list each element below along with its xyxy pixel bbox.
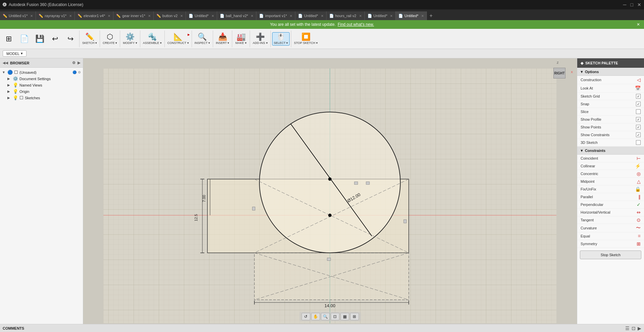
nav-pan-button[interactable]: ✋: [311, 313, 320, 320]
tree-item-sketches[interactable]: ▶ 💡 ☐ Sketches: [0, 95, 83, 101]
tab-close-btn[interactable]: ✕: [359, 14, 362, 18]
tab-close-btn[interactable]: ✕: [180, 14, 183, 18]
palette-sketchgrid-row[interactable]: Sketch Grid: [577, 93, 644, 100]
tree-item-unsaved[interactable]: ▼ 🔵 ☐ (Unsaved) 🔵 ⚙: [0, 69, 83, 75]
tree-settings-unsaved[interactable]: ⚙: [78, 70, 81, 74]
constraint-perpendicular-row[interactable]: Perpendicular ✓: [577, 201, 644, 209]
tab-close-btn[interactable]: ✕: [251, 14, 253, 18]
tab-elevator1[interactable]: ✏️ elevator1 v4* ✕: [75, 11, 113, 20]
constraint-symmetry-row[interactable]: Symmetry ⊞: [577, 240, 644, 248]
apps-menu-button[interactable]: ⊞: [1, 35, 16, 43]
assemble-group[interactable]: 🔩 ASSEMBLE ▾: [142, 33, 163, 45]
nav-display-button[interactable]: ▦: [340, 313, 349, 320]
stop-sketch-group[interactable]: ⏹️ STOP SKETCH ▾: [293, 33, 319, 45]
make-group[interactable]: 🏭 MAKE ▾: [234, 33, 248, 45]
redo-button[interactable]: ↪: [63, 35, 78, 43]
tab-close-active[interactable]: ✕: [421, 14, 424, 18]
tree-expand-sketches[interactable]: ▶: [7, 96, 11, 100]
nav-orbit-button[interactable]: ↺: [301, 313, 310, 320]
tab-untitled3[interactable]: 📄 Untitled* ✕: [295, 11, 327, 20]
constraint-midpoint-row[interactable]: Midpoint △: [577, 178, 644, 185]
browser-options-btn[interactable]: ⚙: [72, 61, 76, 65]
addins-group[interactable]: ➕ ADD-INS ▾: [251, 33, 269, 45]
window-controls[interactable]: ─ □ ✕: [623, 2, 641, 7]
file-button[interactable]: 📄: [17, 35, 32, 43]
constraint-fixunfix-row[interactable]: Fix/UnFix 🔒: [577, 185, 644, 193]
tab-close-btn[interactable]: ✕: [211, 14, 214, 18]
palette-construction-row[interactable]: Construction ◁: [577, 76, 644, 84]
modify-group[interactable]: ⚙️ MODIFY ▾: [121, 33, 138, 45]
constraint-equal-row[interactable]: Equal =: [577, 232, 644, 240]
tab-ball-hand[interactable]: 📄 ball_hand v2* ✕: [217, 11, 257, 20]
canvas-area[interactable]: 14.00 12.5 7.00 Ø12.00 RIGHT Z X: [83, 58, 577, 332]
tree-expand-namedviews[interactable]: ▶: [7, 83, 11, 87]
tab-close-btn[interactable]: ✕: [390, 14, 393, 18]
new-tab-button[interactable]: +: [427, 11, 435, 20]
viewcube-face-right[interactable]: RIGHT: [553, 68, 565, 78]
bottom-icon-1[interactable]: ☰: [625, 326, 630, 331]
tree-expand-docsettings[interactable]: ▶: [7, 77, 11, 80]
nav-zoom-button[interactable]: 🔍: [321, 313, 330, 320]
palette-showpoints-row[interactable]: Show Points: [577, 123, 644, 131]
constraint-coincident-row[interactable]: Coincident ⊢: [577, 155, 644, 162]
bottom-icon-2[interactable]: ⊡: [632, 326, 636, 331]
showconstraints-checkbox[interactable]: [636, 132, 641, 137]
tree-expand-origin[interactable]: ▶: [7, 90, 11, 93]
constraint-collinear-row[interactable]: Collinear ⚡: [577, 162, 644, 170]
constraint-curvature-row[interactable]: Curvature 〜: [577, 224, 644, 232]
construct-group[interactable]: 📐 CONSTRUCT ▾ ▶: [166, 33, 190, 45]
tab-untitled-v1[interactable]: ✏️ Untitled v1* ✕: [0, 11, 36, 20]
tab-untitled-active[interactable]: 📄 Untitled* ✕: [396, 11, 427, 20]
tab-untitled2[interactable]: 📄 Untitled* ✕: [186, 11, 217, 20]
palette-showconstraints-row[interactable]: Show Constraints: [577, 131, 644, 139]
constraints-section-header[interactable]: ▼ Constraints: [577, 147, 644, 155]
tree-item-docsettings[interactable]: ▶ ⚙️ Document Settings: [0, 75, 83, 82]
snap-checkbox[interactable]: [636, 102, 641, 106]
palette-slice-row[interactable]: Slice: [577, 108, 644, 116]
tree-item-namedviews[interactable]: ▶ 💡 Named Views: [0, 82, 83, 88]
tab-hours-rail[interactable]: 📄 hours_rail v2 ✕: [327, 11, 365, 20]
nav-grid-button[interactable]: ⊞: [350, 313, 359, 320]
showprofile-checkbox[interactable]: [636, 117, 641, 122]
constraint-tangent-row[interactable]: Tangent ⊙: [577, 216, 644, 224]
slice-checkbox[interactable]: [636, 109, 641, 114]
tab-close-btn[interactable]: ✕: [321, 14, 324, 18]
tab-close-btn[interactable]: ✕: [30, 14, 33, 18]
tree-expand-unsaved[interactable]: ▼: [2, 70, 6, 74]
browser-collapse-btn[interactable]: ◀◀: [3, 61, 8, 65]
tree-item-origin[interactable]: ▶ 💡 Origin: [0, 88, 83, 95]
constraint-horizontalvertical-row[interactable]: Horizontal/Vertical ⇔: [577, 209, 644, 216]
tab-button-v2[interactable]: ✏️ button v2 ✕: [154, 11, 186, 20]
construction-icon[interactable]: ◁: [637, 77, 641, 82]
palette-snap-row[interactable]: Snap: [577, 100, 644, 108]
3dsketch-checkbox[interactable]: [636, 140, 641, 145]
tab-close-btn[interactable]: ✕: [108, 14, 110, 18]
save-button[interactable]: 💾: [32, 35, 47, 43]
tab-untitled4[interactable]: 📄 Untitled* ✕: [365, 11, 396, 20]
tab-rayrayray[interactable]: ✏️ rayrayray v1* ✕: [36, 11, 75, 20]
tab-close-btn[interactable]: ✕: [290, 14, 292, 18]
insert-group[interactable]: 📥 INSERT ▾: [214, 33, 231, 45]
bottom-icon-3[interactable]: ▶: [638, 326, 641, 331]
notification-link[interactable]: Find out what's new.: [338, 22, 374, 27]
palette-lookat-row[interactable]: Look At 📅: [577, 84, 644, 93]
browser-expand-btn[interactable]: ▶: [78, 61, 80, 65]
sketch-group[interactable]: ✏️ SKETCH ▾: [81, 33, 98, 45]
nav-fit-button[interactable]: ⊡: [331, 313, 339, 320]
create-group[interactable]: ⬡ CREATE ▾: [101, 33, 118, 45]
tab-close-btn[interactable]: ✕: [69, 14, 72, 18]
constraint-concentric-row[interactable]: Concentric ◎: [577, 170, 644, 178]
constraint-parallel-row[interactable]: Parallel ∥: [577, 193, 644, 201]
model-mode-button[interactable]: MODEL ▾: [3, 50, 27, 57]
tab-gear-inner[interactable]: ✏️ gear inner v1* ✕: [113, 11, 154, 20]
inspect-group[interactable]: 🔍 INSPECT ▾: [193, 33, 211, 45]
showpoints-checkbox[interactable]: [636, 125, 641, 129]
palette-3dsketch-row[interactable]: 3D Sketch: [577, 139, 644, 147]
minimize-button[interactable]: ─: [623, 2, 627, 7]
select-group[interactable]: 🖱️ SELECT ▾: [272, 32, 290, 46]
maximize-button[interactable]: □: [631, 2, 633, 7]
tab-important[interactable]: 📄 important v1* ✕: [256, 11, 295, 20]
tab-close-btn[interactable]: ✕: [148, 14, 151, 18]
stop-sketch-button[interactable]: Stop Sketch: [580, 251, 641, 259]
palette-showprofile-row[interactable]: Show Profile: [577, 116, 644, 123]
